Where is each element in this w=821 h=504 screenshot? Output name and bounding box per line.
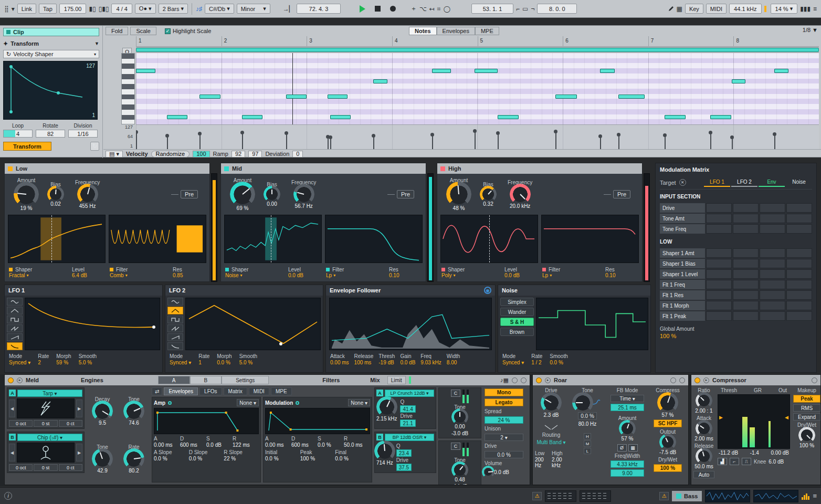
matrix-cell[interactable] bbox=[760, 214, 785, 223]
filter-a-freq-knob[interactable] bbox=[379, 399, 395, 415]
band-mid-header[interactable]: Mid bbox=[221, 163, 426, 174]
collapse-chevron-icon[interactable]: ▼ bbox=[94, 41, 99, 46]
midi-note[interactable] bbox=[600, 69, 615, 73]
automation-arm-icon[interactable]: ⌥ bbox=[419, 5, 427, 13]
lfo-param[interactable]: ModeSynced ▾ bbox=[170, 353, 191, 365]
transfer-curve-icon[interactable]: ▟ bbox=[718, 458, 727, 465]
matrix-cell[interactable] bbox=[706, 214, 732, 223]
env-param[interactable]: Release100 ms bbox=[354, 353, 374, 365]
mono-button[interactable]: Mono bbox=[485, 388, 523, 396]
follow-icon[interactable]: →▏ bbox=[283, 5, 294, 13]
frequency-knob[interactable] bbox=[512, 186, 528, 202]
midi-note[interactable] bbox=[665, 115, 686, 119]
velocity-marker[interactable] bbox=[498, 134, 499, 149]
peak-mode-button[interactable]: Peak bbox=[793, 395, 820, 403]
highlight-grid-icon[interactable]: ▦ bbox=[677, 5, 682, 13]
matrix-cell[interactable] bbox=[760, 259, 785, 268]
matrix-cell[interactable] bbox=[733, 290, 759, 300]
matrix-target-label[interactable]: Shaper 1 Bias bbox=[660, 259, 705, 268]
meld-title-bar[interactable]: ▸ Meld Engines ABSettings Filters Mix Li… bbox=[5, 375, 530, 385]
menu-chevron-icon[interactable]: ▾ bbox=[12, 5, 15, 13]
velocity-lane-markers[interactable] bbox=[136, 124, 819, 149]
matrix-cell[interactable] bbox=[786, 301, 812, 310]
expand-mode-button[interactable]: Expand bbox=[793, 413, 820, 421]
editor-tab[interactable]: MPE bbox=[475, 27, 499, 35]
phase-invert-button[interactable]: Ø bbox=[617, 444, 627, 452]
env-param[interactable]: D600 ms bbox=[180, 436, 206, 448]
high-split-field[interactable]: 2.00 kHz bbox=[552, 457, 567, 468]
matrix-cell[interactable] bbox=[786, 203, 812, 213]
randomize-button[interactable]: Randomize bbox=[151, 151, 190, 158]
env-param[interactable]: Attack0.00 ms bbox=[330, 353, 349, 365]
shaper-display[interactable] bbox=[440, 215, 538, 263]
clear-target-icon[interactable]: ✕ bbox=[679, 179, 686, 186]
punch-out-icon[interactable]: ¬ bbox=[531, 5, 534, 13]
compressor-meter-display[interactable]: ▶ ◀ bbox=[718, 394, 790, 449]
volume-field[interactable]: 0.0 dB bbox=[494, 469, 509, 475]
mod-envelope-display[interactable] bbox=[265, 408, 370, 434]
meld-subtab[interactable]: Matrix bbox=[224, 387, 247, 395]
filter-b-drive-field[interactable]: 37.5 bbox=[396, 464, 412, 471]
matrix-target-label[interactable]: Shaper 1 Level bbox=[660, 269, 705, 279]
mod-source-tab[interactable]: LFO 1 bbox=[704, 178, 730, 187]
shaper-display[interactable] bbox=[8, 215, 106, 263]
frequency-knob[interactable] bbox=[80, 186, 96, 202]
matrix-cell[interactable] bbox=[760, 269, 785, 279]
midi-note[interactable] bbox=[199, 94, 220, 99]
tempo-field[interactable]: 175.00 bbox=[59, 4, 87, 14]
fb-time-field[interactable]: 25.1 ms bbox=[611, 404, 644, 411]
routing-select[interactable]: Multi Band ▾ bbox=[536, 439, 565, 445]
next-engine-icon[interactable]: ▶ bbox=[76, 400, 82, 417]
matrix-cell[interactable] bbox=[786, 311, 812, 321]
meld-subtab[interactable]: Envelopes bbox=[164, 387, 198, 395]
velocity-marker[interactable] bbox=[600, 138, 601, 149]
matrix-cell[interactable] bbox=[760, 301, 785, 310]
next-engine-icon[interactable]: ▶ bbox=[76, 444, 82, 461]
reset-icon[interactable]: ↻ bbox=[90, 142, 99, 151]
stop-button[interactable] bbox=[375, 6, 381, 12]
bias-knob[interactable] bbox=[482, 188, 494, 200]
listen-icon[interactable]: ◉ bbox=[484, 287, 491, 294]
prev-engine-icon[interactable]: ◀ bbox=[9, 400, 15, 417]
lfo-param[interactable]: ModeSynced ▾ bbox=[9, 353, 30, 365]
matrix-cell[interactable] bbox=[706, 248, 732, 258]
preset-b-icon[interactable] bbox=[679, 377, 685, 383]
piano-keys[interactable] bbox=[121, 53, 135, 124]
mod-dot-icon[interactable] bbox=[168, 401, 172, 405]
transform-section-header[interactable]: ✦ Transform ▼ bbox=[3, 39, 99, 48]
mod-dot-icon[interactable] bbox=[296, 401, 299, 405]
track-chip[interactable]: Bass bbox=[672, 491, 702, 501]
pre-button[interactable]: Pre bbox=[181, 190, 198, 198]
mod-source-tab[interactable]: Env bbox=[759, 178, 785, 187]
randomize-amount-field[interactable]: 100 bbox=[193, 151, 209, 158]
midi-note[interactable] bbox=[286, 94, 307, 99]
shaper-type-select[interactable]: Poly▾ bbox=[441, 272, 504, 278]
lane-selector-icon[interactable]: ▤ ▾ bbox=[106, 151, 123, 158]
mix-a-tone-knob[interactable] bbox=[454, 411, 466, 423]
lfo-param[interactable]: Morph59 % bbox=[56, 353, 71, 365]
triangle-shape-icon[interactable] bbox=[167, 307, 183, 314]
noise-param[interactable]: ModeSynced ▾ bbox=[502, 353, 524, 365]
automation-alert-icon[interactable]: ⚠ bbox=[659, 492, 669, 500]
semitone-field[interactable]: 0 st bbox=[34, 464, 57, 471]
session-record-icon[interactable]: ◯ bbox=[444, 5, 450, 13]
engine-a-select[interactable]: Tarp ▾ bbox=[17, 390, 82, 397]
env-param[interactable]: R Slope22 % bbox=[224, 449, 259, 461]
amount-knob[interactable] bbox=[233, 184, 252, 204]
matrix-cell[interactable] bbox=[706, 290, 732, 300]
noise-type-button[interactable]: Brown bbox=[500, 328, 534, 336]
matrix-cell[interactable] bbox=[786, 248, 812, 258]
note-grid[interactable] bbox=[136, 53, 819, 124]
count-in-icon[interactable]: ▯▮▯ bbox=[99, 5, 109, 13]
matrix-cell[interactable] bbox=[706, 280, 732, 289]
velocity-marker[interactable] bbox=[555, 133, 556, 149]
lfo-param[interactable]: Rate2 bbox=[38, 353, 49, 365]
transform-apply-button[interactable]: Transform bbox=[3, 142, 51, 151]
matrix-cell[interactable] bbox=[786, 224, 812, 234]
filter-a-drive-field[interactable]: 21.1 bbox=[400, 419, 415, 427]
output-knob[interactable] bbox=[662, 436, 673, 448]
mod-env-select[interactable]: None ▾ bbox=[348, 399, 370, 406]
square-shape-icon[interactable] bbox=[7, 316, 23, 323]
sc-hpf-button[interactable]: SC HPF bbox=[654, 419, 682, 427]
env-param[interactable]: A0.00 ms bbox=[265, 436, 291, 448]
